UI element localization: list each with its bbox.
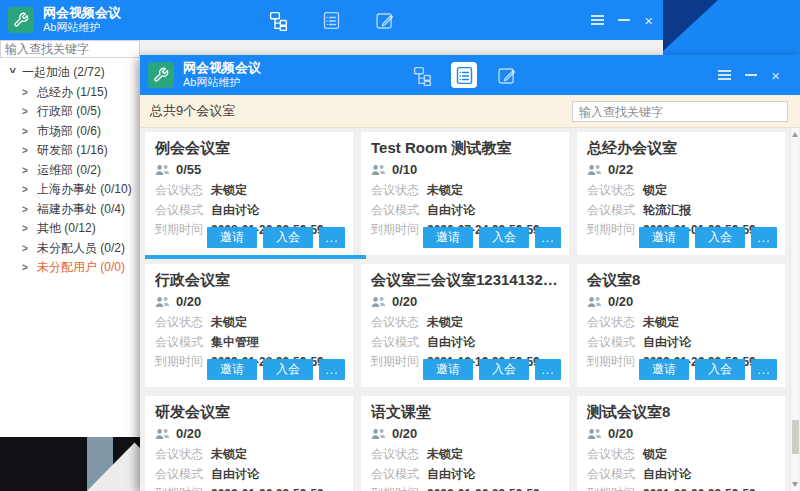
mode-row: 会议模式 自由讨论 [587, 466, 775, 482]
room-search-input[interactable] [572, 101, 788, 122]
join-button[interactable]: 入会 [479, 359, 529, 380]
tree-item[interactable]: > 行政部 (0/5) [0, 102, 140, 122]
capacity-row: 0/20 [587, 292, 775, 311]
room-card: 会议室8 0/20 会议状态 未锁定 会议模式 自由讨论 到期时间 2022-0… [577, 264, 785, 387]
chevron-right-icon[interactable]: > [22, 87, 32, 98]
scroll-down-arrow[interactable] [792, 482, 798, 487]
sidebar-search-input[interactable] [0, 40, 140, 58]
room-count-summary: 总共9个会议室 [150, 102, 235, 120]
invite-button[interactable]: 邀请 [207, 359, 257, 380]
more-button[interactable]: ... [751, 227, 777, 248]
rooms-window-titlebar: 网会视频会议 Ab网站维护 × [140, 55, 800, 95]
more-button[interactable]: ... [751, 359, 777, 380]
status-row: 会议状态 未锁定 [371, 447, 559, 463]
chevron-right-icon[interactable]: > [22, 145, 32, 156]
tree-item[interactable]: > 福建办事处 (0/4) [0, 200, 140, 220]
chevron-right-icon[interactable]: > [22, 223, 32, 234]
join-button[interactable]: 入会 [695, 227, 745, 248]
chevron-right-icon[interactable]: > [22, 126, 32, 137]
compose-icon[interactable] [372, 7, 396, 33]
capacity-row: 0/20 [587, 424, 775, 443]
room-name: 会议室8 [587, 269, 775, 290]
more-button[interactable]: ... [535, 227, 561, 248]
status-label: 会议状态 [371, 446, 427, 463]
join-button[interactable]: 入会 [695, 359, 745, 380]
minimize-icon[interactable] [745, 74, 757, 76]
rooms-content: 例会会议室 0/55 会议状态 未锁定 会议模式 自由讨论 到期时间 2028-… [140, 128, 800, 491]
room-card: 语文课堂 0/20 会议状态 未锁定 会议模式 自由讨论 到期时间 2022-0… [361, 396, 569, 491]
close-icon[interactable]: × [644, 13, 653, 28]
expire-label: 到期时间 [155, 485, 211, 491]
status-value: 未锁定 [427, 446, 463, 463]
chevron-right-icon[interactable]: > [22, 106, 32, 117]
status-value: 未锁定 [211, 446, 247, 463]
tree-item-label: 市场部 (0/6) [37, 123, 101, 140]
tree-item-label: 一起加油 (2/72) [22, 64, 105, 81]
expire-label: 到期时间 [371, 221, 427, 238]
status-value: 未锁定 [427, 314, 463, 331]
tree-item[interactable]: > 一起加油 (2/72) [0, 63, 140, 83]
people-icon [587, 428, 602, 440]
expire-label: 到期时间 [587, 485, 643, 491]
mode-label: 会议模式 [587, 334, 643, 351]
main-window-titlebar: 网会视频会议 Ab网站维护 × [0, 0, 663, 40]
room-list-icon[interactable] [319, 7, 343, 33]
invite-button[interactable]: 邀请 [639, 227, 689, 248]
join-button[interactable]: 入会 [263, 227, 313, 248]
tree-item[interactable]: > 运维部 (0/2) [0, 161, 140, 181]
capacity-row: 0/20 [155, 292, 343, 311]
invite-button[interactable]: 邀请 [639, 359, 689, 380]
chevron-right-icon[interactable]: > [22, 262, 32, 273]
chevron-right-icon[interactable]: > [22, 165, 32, 176]
invite-button[interactable]: 邀请 [423, 227, 473, 248]
invite-button[interactable]: 邀请 [423, 359, 473, 380]
room-capacity: 0/20 [176, 426, 201, 441]
room-list-icon-active[interactable] [451, 62, 477, 88]
tree-item[interactable]: > 市场部 (0/6) [0, 122, 140, 142]
more-button[interactable]: ... [319, 227, 345, 248]
room-grid: 例会会议室 0/55 会议状态 未锁定 会议模式 自由讨论 到期时间 2028-… [145, 132, 785, 491]
status-row: 会议状态 未锁定 [371, 183, 559, 199]
people-icon [155, 428, 170, 440]
org-chart-icon[interactable] [410, 62, 434, 88]
chevron-right-icon[interactable]: > [7, 68, 18, 78]
join-button[interactable]: 入会 [479, 227, 529, 248]
chevron-right-icon[interactable]: > [22, 184, 32, 195]
status-label: 会议状态 [587, 182, 643, 199]
expire-label: 到期时间 [587, 353, 643, 370]
more-button[interactable]: ... [319, 359, 345, 380]
mode-row: 会议模式 集中管理 [155, 334, 343, 350]
chevron-right-icon[interactable]: > [22, 243, 32, 254]
join-button[interactable]: 入会 [263, 359, 313, 380]
compose-icon[interactable] [494, 62, 518, 88]
chevron-right-icon[interactable]: > [22, 204, 32, 215]
rooms-window-controls: × [718, 55, 780, 95]
tree-item[interactable]: > 总经办 (1/15) [0, 83, 140, 103]
mode-row: 会议模式 自由讨论 [371, 202, 559, 218]
main-toolbar [266, 0, 396, 40]
main-window-controls: × [591, 0, 653, 40]
mode-row: 会议模式 自由讨论 [155, 202, 343, 218]
tree-item[interactable]: > 未分配人员 (0/2) [0, 239, 140, 259]
menu-icon[interactable] [718, 70, 731, 80]
tree-item[interactable]: > 未分配用户 (0/0) [0, 258, 140, 278]
org-chart-icon[interactable] [266, 7, 290, 33]
scrollbar-thumb[interactable] [792, 420, 799, 454]
room-name: 研发会议室 [155, 401, 343, 422]
tree-item[interactable]: > 其他 (0/12) [0, 219, 140, 239]
tree-item[interactable]: > 研发部 (1/16) [0, 141, 140, 161]
more-button[interactable]: ... [535, 359, 561, 380]
menu-icon[interactable] [591, 15, 604, 25]
status-row: 会议状态 未锁定 [371, 315, 559, 331]
minimize-icon[interactable] [618, 19, 630, 21]
scroll-up-arrow[interactable] [792, 132, 798, 137]
mode-value: 自由讨论 [427, 334, 475, 351]
tree-item[interactable]: > 上海办事处 (0/10) [0, 180, 140, 200]
invite-button[interactable]: 邀请 [207, 227, 257, 248]
vertical-scrollbar[interactable] [790, 128, 799, 491]
capacity-row: 0/55 [155, 160, 343, 179]
status-row: 会议状态 未锁定 [155, 183, 343, 199]
close-icon[interactable]: × [771, 68, 780, 83]
tree-item-label: 研发部 (1/16) [37, 142, 108, 159]
tree-item-label: 其他 (0/12) [37, 220, 96, 237]
